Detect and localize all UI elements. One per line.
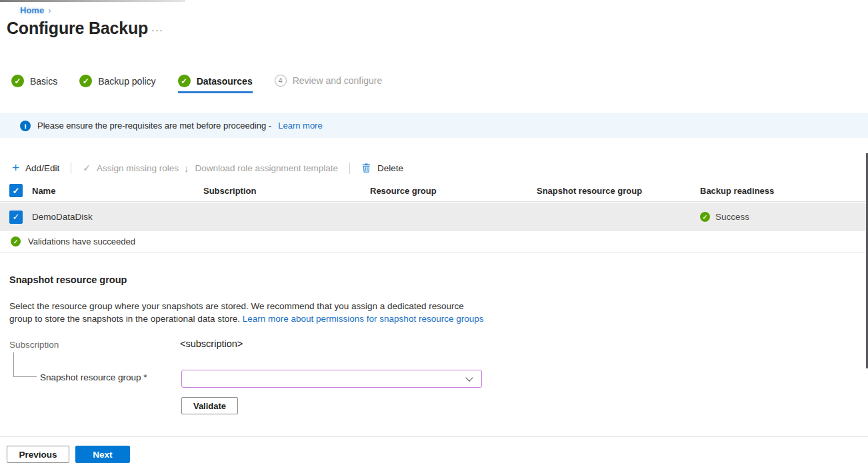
assign-missing-roles-label: Assign missing roles [97, 163, 179, 173]
info-banner: Please ensure the pre-requisites are met… [0, 113, 868, 138]
delete-label: Delete [377, 163, 403, 173]
datasources-complete-icon [178, 75, 191, 87]
select-all-checkbox[interactable] [9, 184, 23, 197]
tab-backup-policy[interactable]: Backup policy [77, 75, 157, 93]
table-header-row: Name Subscription Resource group Snapsho… [0, 180, 868, 202]
toolbar-divider [349, 163, 350, 174]
tab-basics[interactable]: Basics [9, 75, 59, 93]
snapshot-resource-group-section-title: Snapshot resource group [9, 274, 127, 285]
column-header-subscription[interactable]: Subscription [203, 186, 370, 196]
subscription-value: <subscription> [180, 338, 243, 349]
breadcrumb: Home › [20, 5, 51, 15]
add-edit-label: Add/Edit [25, 163, 59, 173]
tab-backup-policy-label: Backup policy [98, 76, 155, 87]
snapshot-resource-group-dropdown[interactable] [181, 370, 482, 388]
subscription-label: Subscription [9, 340, 59, 350]
breadcrumb-separator-icon: › [48, 5, 51, 15]
banner-message: Please ensure the pre-requisites are met… [37, 121, 271, 131]
snapshot-resource-group-label: Snapshot resource group * [40, 372, 147, 382]
top-edge-strip [0, 0, 185, 2]
tab-basics-label: Basics [30, 76, 57, 87]
status-badge: Success [715, 212, 749, 222]
delete-button[interactable]: Delete [359, 163, 406, 173]
assign-missing-roles-button[interactable]: Assign missing roles [80, 163, 181, 173]
success-icon [700, 212, 710, 222]
breadcrumb-home-link[interactable]: Home [20, 5, 44, 15]
basics-complete-icon [11, 75, 24, 87]
configure-backup-page: Home › Configure Backup ··· Basics Backu… [0, 0, 868, 463]
cell-name: DemoDataDisk [32, 212, 203, 222]
cell-backup-readiness: Success [700, 212, 868, 222]
column-header-backup-readiness[interactable]: Backup readiness [700, 186, 868, 196]
banner-learn-more-link[interactable]: Learn more [278, 121, 322, 131]
plus-icon [12, 163, 19, 173]
chevron-down-icon [465, 374, 473, 381]
column-header-snapshot-resource-group[interactable]: Snapshot resource group [537, 186, 700, 196]
review-step-number-icon: 4 [275, 75, 287, 87]
row-checkbox[interactable] [9, 211, 23, 224]
info-icon [20, 121, 31, 131]
page-title: Configure Backup [7, 19, 148, 38]
next-button[interactable]: Next [75, 446, 130, 463]
tree-connector [13, 352, 37, 377]
validation-status-row: Validations have succeeded [0, 231, 868, 252]
tab-datasources[interactable]: Datasources [176, 75, 255, 93]
download-role-template-label: Download role assignment template [195, 163, 338, 173]
validation-success-icon [11, 236, 21, 246]
more-options-icon[interactable]: ··· [151, 24, 163, 35]
backup-policy-complete-icon [79, 75, 92, 87]
column-header-resource-group[interactable]: Resource group [370, 186, 537, 196]
checkmark-icon [83, 163, 91, 173]
wizard-steps: Basics Backup policy Datasources 4 Revie… [9, 75, 402, 93]
trash-icon [361, 163, 371, 173]
column-header-name[interactable]: Name [32, 186, 203, 196]
tab-review-label: Review and configure [293, 75, 383, 86]
snapshot-permissions-learn-more-link[interactable]: Learn more about permissions for snapsho… [243, 314, 484, 324]
validation-message: Validations have succeeded [28, 236, 135, 246]
download-role-template-button[interactable]: Download role assignment template [181, 163, 341, 174]
validate-button[interactable]: Validate [181, 397, 238, 414]
datasource-toolbar: Add/Edit Assign missing roles Download r… [9, 158, 406, 178]
tab-datasources-label: Datasources [197, 76, 253, 87]
add-edit-button[interactable]: Add/Edit [9, 163, 62, 173]
footer-divider [0, 436, 868, 437]
snapshot-resource-group-description: Select the resource group where your sna… [9, 300, 489, 325]
previous-button[interactable]: Previous [7, 446, 69, 463]
table-row[interactable]: DemoDataDisk Success [0, 203, 868, 231]
tab-review-and-configure[interactable]: 4 Review and configure [273, 75, 385, 93]
toolbar-divider [71, 163, 71, 174]
download-icon [184, 163, 189, 174]
